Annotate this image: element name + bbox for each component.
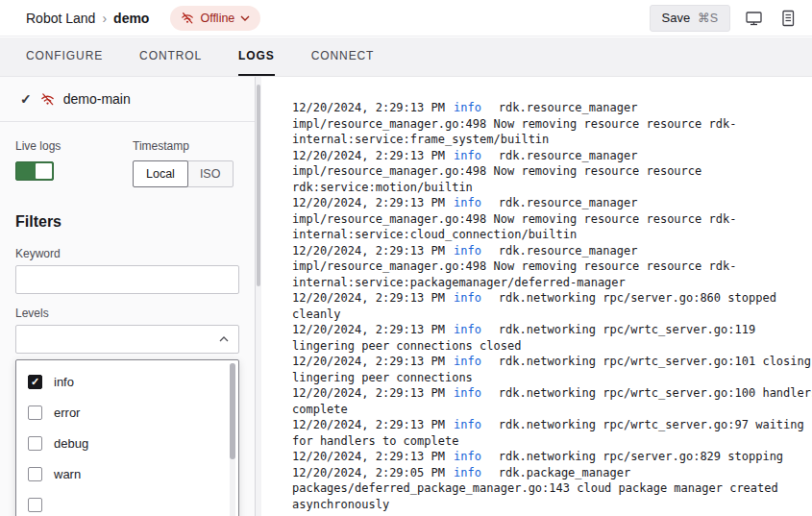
dropdown-scrollbar[interactable] — [230, 363, 235, 516]
levels-dropdown: infoerrordebugwarn — [15, 359, 239, 516]
log-entry: 12/20/2024, 2:29:13 PMinfordk.networking… — [292, 449, 812, 465]
live-logs-label: Live logs — [15, 139, 61, 153]
log-logger: rdk.networking — [499, 450, 596, 463]
level-option-label: warn — [54, 467, 81, 481]
checkbox-error[interactable] — [28, 405, 42, 420]
topbar-actions: Save ⌘S — [650, 5, 799, 32]
breadcrumb: Robot Land › demo — [26, 11, 149, 26]
log-entry: 12/20/2024, 2:29:13 PMinfordk.resource_m… — [292, 195, 812, 243]
timestamp-segmented: Local ISO — [133, 160, 234, 187]
timestamp-option-local[interactable]: Local — [133, 160, 188, 187]
log-message: impl/resource_manager.go:498 Now removin… — [292, 117, 736, 147]
log-entry: 12/20/2024, 2:29:13 PMinfordk.networking… — [292, 417, 812, 449]
tab-control[interactable]: CONTROL — [139, 37, 202, 76]
levels-label: Levels — [15, 307, 49, 320]
live-logs-control: Live logs — [15, 139, 61, 181]
log-entry: 12/20/2024, 2:29:13 PMinfordk.resource_m… — [292, 100, 812, 148]
live-logs-toggle[interactable] — [15, 161, 54, 181]
log-timestamp: 12/20/2024, 2:29:13 PM — [292, 450, 445, 463]
save-button[interactable]: Save ⌘S — [650, 5, 730, 32]
log-entry: 12/20/2024, 2:29:13 PMinfordk.networking… — [292, 290, 812, 322]
log-logger: rdk.networking — [499, 323, 596, 336]
keyword-label: Keyword — [15, 247, 61, 260]
sidebar: ✓ demo-main Live logs Timestamp Local IS… — [0, 77, 256, 516]
log-timestamp: 12/20/2024, 2:29:13 PM — [292, 149, 445, 162]
log-level: info — [454, 418, 481, 431]
chevron-up-icon — [219, 336, 229, 342]
checkbox-partial[interactable] — [28, 498, 42, 512]
machine-status-badge[interactable]: Offline — [170, 6, 260, 31]
log-list: 12/20/2024, 2:29:13 PMinfordk.resource_m… — [292, 100, 812, 512]
log-logger: rdk.resource_manager — [499, 101, 638, 114]
screen-icon — [745, 10, 763, 27]
log-message: impl/resource_manager.go:498 Now removin… — [292, 259, 736, 289]
timestamp-option-iso[interactable]: ISO — [187, 161, 234, 186]
log-message: impl/resource_manager.go:498 Now removin… — [292, 212, 736, 242]
log-level: info — [454, 466, 481, 479]
log-message: packages/deferred_package_manager.go:143… — [292, 481, 778, 511]
level-option-label: info — [54, 375, 74, 389]
checkbox-warn[interactable] — [28, 467, 42, 481]
keyword-input[interactable] — [15, 265, 239, 294]
log-logger: rdk.networking — [499, 355, 596, 368]
filters-title: Filters — [15, 213, 62, 231]
top-bar: Robot Land › demo Offline Save ⌘S — [0, 0, 812, 37]
log-logger: rdk.resource_manager — [499, 244, 638, 258]
document-button[interactable] — [777, 8, 799, 29]
log-timestamp: 12/20/2024, 2:29:13 PM — [292, 418, 445, 431]
log-level: info — [454, 291, 481, 305]
level-option-label: error — [54, 405, 80, 420]
logs-panel: 12/20/2024, 2:29:13 PMinfordk.resource_m… — [261, 77, 812, 516]
log-timestamp: 12/20/2024, 2:29:13 PM — [292, 244, 445, 258]
log-entry: 12/20/2024, 2:29:13 PMinfordk.networking… — [292, 322, 812, 354]
tab-logs[interactable]: LOGS — [238, 37, 275, 76]
log-logger: rdk.networking — [499, 386, 596, 400]
timestamp-control: Timestamp Local ISO — [133, 139, 234, 187]
tab-connect[interactable]: CONNECT — [311, 37, 375, 76]
part-offline-icon — [40, 92, 55, 107]
log-timestamp: 12/20/2024, 2:29:13 PM — [292, 101, 445, 114]
tab-bar: CONFIGURECONTROLLOGSCONNECT — [0, 37, 812, 77]
checkbox-info[interactable] — [28, 375, 42, 389]
log-entry: 12/20/2024, 2:29:13 PMinfordk.resource_m… — [292, 243, 812, 291]
checkbox-debug[interactable] — [28, 436, 42, 451]
log-entry: 12/20/2024, 2:29:13 PMinfordk.networking… — [292, 385, 812, 417]
log-entry: 12/20/2024, 2:29:13 PMinfordk.networking… — [292, 354, 812, 385]
log-level: info — [454, 244, 481, 258]
dropdown-scrollbar-thumb[interactable] — [230, 363, 235, 459]
log-timestamp: 12/20/2024, 2:29:05 PM — [292, 466, 445, 479]
log-timestamp: 12/20/2024, 2:29:13 PM — [292, 323, 445, 336]
log-logger: rdk.networking — [499, 418, 596, 431]
levels-select[interactable] — [15, 325, 239, 354]
level-option-warn[interactable]: warn — [16, 458, 238, 489]
part-selector[interactable]: ✓ demo-main — [0, 77, 255, 122]
log-entry: 12/20/2024, 2:29:05 PMinfordk.package_ma… — [292, 465, 812, 513]
status-label: Offline — [200, 12, 234, 25]
tab-configure[interactable]: CONFIGURE — [26, 37, 103, 76]
log-level: info — [454, 355, 481, 368]
save-label: Save — [662, 11, 691, 25]
save-shortcut: ⌘S — [698, 11, 718, 25]
level-option-debug[interactable]: debug — [16, 428, 238, 458]
breadcrumb-root[interactable]: Robot Land — [26, 11, 95, 26]
level-option-error[interactable]: error — [16, 397, 238, 428]
check-icon: ✓ — [20, 92, 32, 106]
timestamp-label: Timestamp — [133, 139, 234, 153]
breadcrumb-current: demo — [113, 11, 149, 26]
breadcrumb-separator: › — [102, 11, 107, 26]
log-level: info — [454, 101, 481, 114]
logs-scrollbar-thumb[interactable] — [257, 85, 260, 286]
log-timestamp: 12/20/2024, 2:29:13 PM — [292, 355, 445, 368]
log-level: info — [454, 149, 481, 162]
level-option-partial[interactable] — [16, 489, 238, 516]
toggle-knob — [36, 163, 52, 179]
log-level: info — [454, 386, 481, 400]
log-logger: rdk.resource_manager — [499, 196, 638, 209]
log-logger: rdk.resource_manager — [499, 149, 638, 162]
level-option-info[interactable]: info — [16, 366, 238, 397]
log-timestamp: 12/20/2024, 2:29:13 PM — [292, 386, 445, 400]
part-name: demo-main — [63, 91, 131, 107]
screen-button[interactable] — [743, 8, 765, 29]
log-level: info — [454, 450, 481, 463]
level-options: infoerrordebugwarn — [16, 366, 238, 516]
